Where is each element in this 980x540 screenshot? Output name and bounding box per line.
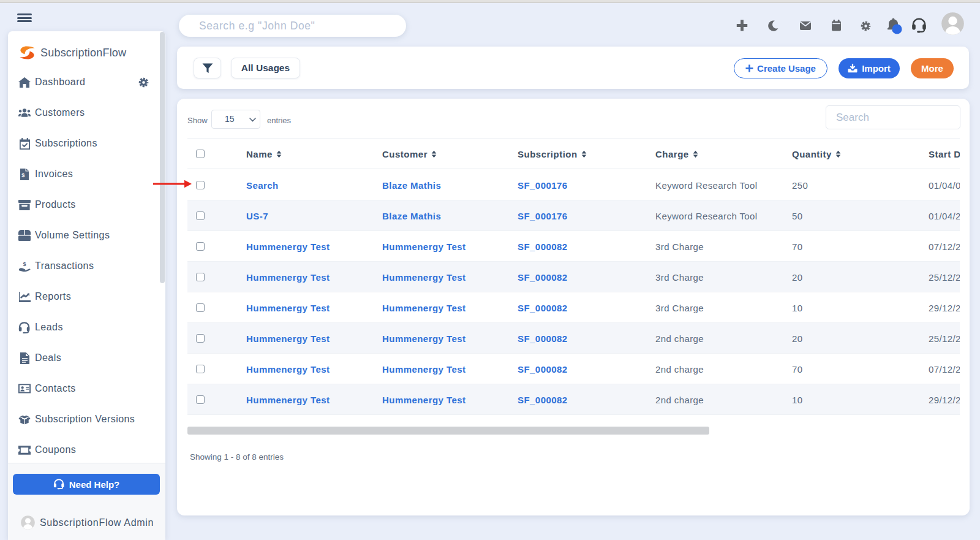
svg-text:$: $ [23,260,26,267]
svg-text:$: $ [21,172,24,178]
